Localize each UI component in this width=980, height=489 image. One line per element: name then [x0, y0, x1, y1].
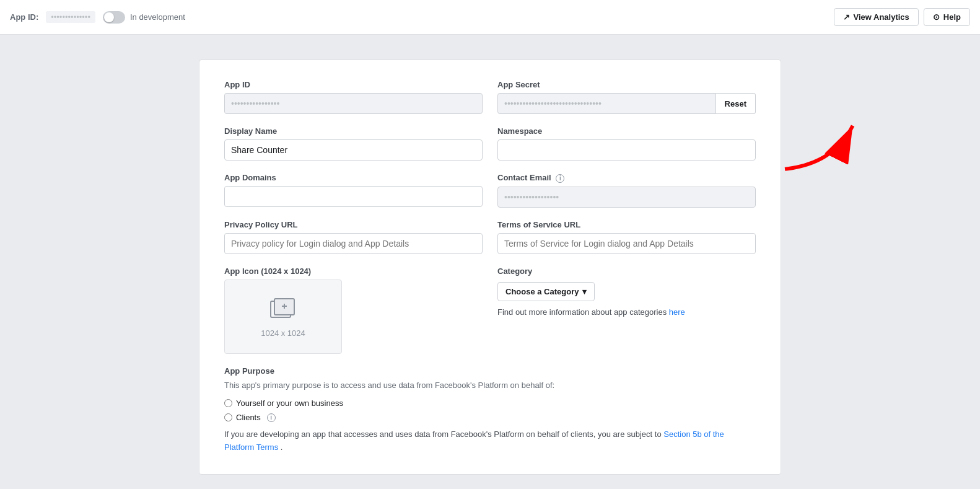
view-analytics-label: View Analytics — [854, 12, 909, 22]
privacy-policy-group: Privacy Policy URL — [224, 220, 483, 254]
app-purpose-section: App Purpose This app's primary purpose i… — [224, 366, 756, 454]
app-id-group: App ID — [224, 80, 483, 114]
radio-yourself-input[interactable] — [224, 399, 232, 407]
help-button[interactable]: ⊙ Help — [924, 8, 970, 26]
app-purpose-title: App Purpose — [224, 366, 756, 376]
namespace-input[interactable] — [497, 139, 756, 161]
reset-button[interactable]: Reset — [716, 93, 756, 114]
contact-email-info-icon: i — [556, 174, 564, 183]
left-arrow-annotation — [0, 94, 4, 156]
radio-clients-label: Clients — [236, 413, 261, 422]
row-privacy-terms: Privacy Policy URL Terms of Service URL — [224, 220, 756, 254]
app-icon-size-text: 1024 x 1024 — [261, 328, 305, 338]
app-domains-group: App Domains — [224, 173, 483, 208]
app-id-field-label: App ID — [224, 80, 483, 89]
upload-icon — [268, 295, 298, 325]
dev-toggle[interactable] — [103, 11, 125, 24]
display-name-input[interactable] — [224, 139, 483, 161]
app-domains-label: App Domains — [224, 173, 483, 182]
row-domains-email: App Domains Contact Email i — [224, 173, 756, 208]
app-purpose-description: This app's primary purpose is to access … — [224, 379, 756, 392]
analytics-icon: ↗ — [843, 12, 850, 22]
namespace-label: Namespace — [497, 126, 756, 136]
radio-clients[interactable]: Clients i — [224, 413, 756, 422]
view-analytics-button[interactable]: ↗ View Analytics — [834, 8, 919, 26]
radio-yourself[interactable]: Yourself or your own business — [224, 399, 756, 408]
app-id-label: App ID: — [10, 12, 38, 22]
clients-info-icon: i — [267, 413, 276, 422]
help-label: Help — [943, 12, 961, 22]
top-bar-right: ↗ View Analytics ⊙ Help — [834, 8, 971, 26]
privacy-policy-label: Privacy Policy URL — [224, 220, 483, 229]
app-id-value: •••••••••••••• — [46, 11, 95, 23]
row-icon-category: App Icon (1024 x 1024) 1024 x 1024 Categ… — [224, 267, 756, 354]
choose-category-button[interactable]: Choose a Category ▾ — [497, 282, 595, 301]
app-secret-input-group: Reset — [497, 93, 756, 114]
app-secret-group: App Secret Reset — [497, 80, 756, 114]
terms-of-service-group: Terms of Service URL — [497, 220, 756, 254]
help-circle-icon: ⊙ — [933, 12, 940, 22]
page-content: App ID App Secret Reset Display Name Nam… — [0, 35, 980, 489]
privacy-policy-input[interactable] — [224, 233, 483, 254]
app-secret-input[interactable] — [497, 93, 716, 114]
contact-email-input[interactable] — [497, 187, 756, 208]
terms-of-service-label: Terms of Service URL — [497, 220, 756, 229]
top-bar-left: App ID: •••••••••••••• In development — [10, 11, 834, 24]
category-info-text: Find out more information about app cate… — [497, 307, 756, 317]
app-icon-group: App Icon (1024 x 1024) 1024 x 1024 — [224, 267, 483, 354]
contact-email-label: Contact Email i — [497, 173, 756, 183]
app-id-input[interactable] — [224, 93, 483, 114]
display-name-label: Display Name — [224, 126, 483, 136]
row-display-namespace: Display Name Namespace — [224, 126, 756, 161]
row-app-id-secret: App ID App Secret Reset — [224, 80, 756, 114]
toggle-knob — [104, 12, 114, 22]
choose-category-label: Choose a Category — [505, 287, 579, 296]
terms-of-service-input[interactable] — [497, 233, 756, 254]
category-info-link[interactable]: here — [669, 307, 685, 317]
right-arrow-annotation — [770, 106, 865, 177]
app-purpose-note: If you are developing an app that access… — [224, 428, 756, 454]
app-icon-upload-area[interactable]: 1024 x 1024 — [224, 280, 342, 354]
app-icon-label: App Icon (1024 x 1024) — [224, 267, 483, 276]
radio-yourself-label: Yourself or your own business — [236, 399, 343, 408]
app-domains-input[interactable] — [224, 186, 483, 207]
contact-email-group: Contact Email i — [497, 173, 756, 208]
category-label: Category — [497, 267, 756, 276]
dev-status-label: In development — [130, 12, 185, 22]
category-group: Category Choose a Category ▾ Find out mo… — [497, 267, 756, 317]
top-bar: App ID: •••••••••••••• In development ↗ … — [0, 0, 980, 35]
chevron-down-icon: ▾ — [582, 287, 587, 296]
app-purpose-radio-group: Yourself or your own business Clients i — [224, 399, 756, 422]
display-name-group: Display Name — [224, 126, 483, 161]
category-button-wrapper: Choose a Category ▾ — [497, 282, 756, 301]
form-card: App ID App Secret Reset Display Name Nam… — [199, 59, 781, 475]
app-secret-label: App Secret — [497, 80, 756, 89]
radio-clients-input[interactable] — [224, 413, 232, 421]
namespace-group: Namespace — [497, 126, 756, 161]
toggle-container[interactable]: In development — [103, 11, 185, 24]
